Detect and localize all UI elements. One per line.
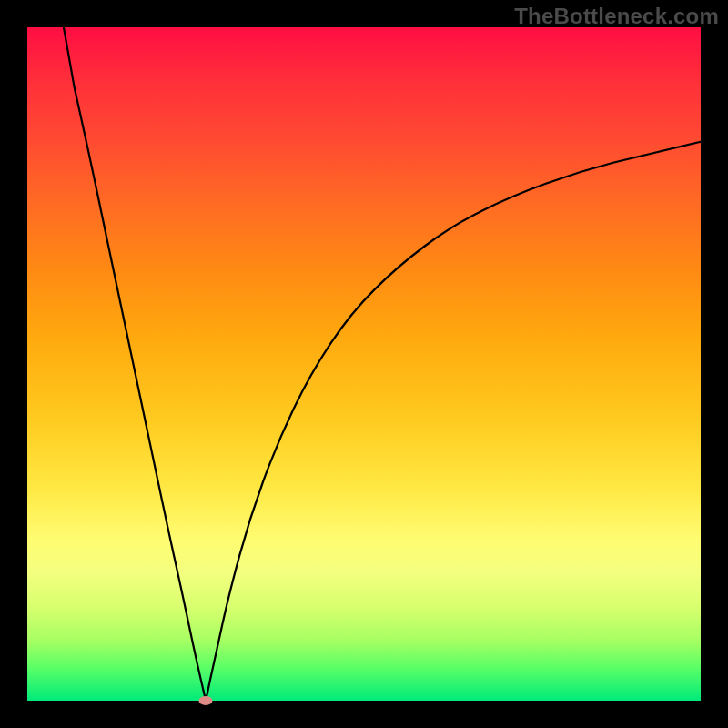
bottleneck-curve xyxy=(64,27,701,701)
watermark-text: TheBottleneck.com xyxy=(514,4,719,29)
plot-area xyxy=(27,27,701,701)
chart-container: TheBottleneck.com xyxy=(0,0,728,728)
curve-svg xyxy=(27,27,701,701)
optimal-point-marker xyxy=(199,696,213,705)
